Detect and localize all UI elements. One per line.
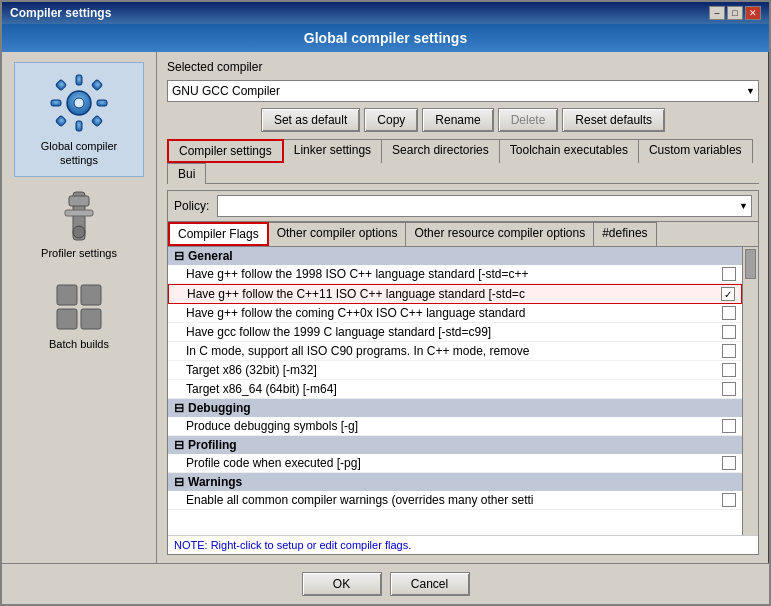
section-header-general: ⊟ General (168, 247, 742, 265)
copy-button[interactable]: Copy (364, 108, 418, 132)
inner-section: Policy: Compiler Flags Other compiler op… (167, 190, 759, 555)
flag-row-profile-code[interactable]: Profile code when executed [-pg] (168, 454, 742, 473)
inner-tab-compiler-flags[interactable]: Compiler Flags (168, 222, 269, 246)
sidebar-label-profiler: Profiler settings (41, 246, 117, 260)
section-label-general: General (188, 249, 233, 263)
inner-tab-other-compiler-options[interactable]: Other compiler options (268, 222, 407, 246)
flag-text-profile-code: Profile code when executed [-pg] (186, 456, 718, 470)
flag-text-c99: Have gcc follow the 1999 C language stan… (186, 325, 718, 339)
flag-row-c90[interactable]: In C mode, support all ISO C90 programs.… (168, 342, 742, 361)
window-title: Compiler settings (10, 6, 111, 20)
flag-text-m64: Target x86_64 (64bit) [-m64] (186, 382, 718, 396)
section-label-warnings: Warnings (188, 475, 242, 489)
tab-toolchain-executables[interactable]: Toolchain executables (499, 139, 639, 163)
svg-rect-16 (57, 309, 77, 329)
flag-row-all-warnings[interactable]: Enable all common compiler warnings (ove… (168, 491, 742, 510)
flag-text-m32: Target x86 (32bit) [-m32] (186, 363, 718, 377)
sidebar: Global compiler settings Profiler settin… (2, 52, 157, 563)
scrollbar-track[interactable] (742, 247, 758, 535)
inner-tabs: Compiler Flags Other compiler options Ot… (168, 222, 758, 247)
svg-point-12 (73, 226, 85, 238)
compiler-button-row: Set as default Copy Rename Delete Reset … (167, 108, 759, 132)
tab-search-directories[interactable]: Search directories (381, 139, 500, 163)
compiler-select-row: GNU GCC Compiler (167, 80, 759, 102)
collapse-profiling-icon[interactable]: ⊟ (174, 438, 184, 452)
inner-tab-other-resource-options[interactable]: Other resource compiler options (405, 222, 594, 246)
svg-point-1 (74, 98, 84, 108)
flag-check-profile-code[interactable] (722, 456, 736, 470)
close-button[interactable]: ✕ (745, 6, 761, 20)
collapse-debugging-icon[interactable]: ⊟ (174, 401, 184, 415)
collapse-warnings-icon[interactable]: ⊟ (174, 475, 184, 489)
compiler-select-wrapper: GNU GCC Compiler (167, 80, 759, 102)
flag-check-m32[interactable] (722, 363, 736, 377)
svg-rect-14 (57, 285, 77, 305)
footer: OK Cancel (2, 563, 769, 604)
build-icon (53, 281, 105, 333)
selected-compiler-row: Selected compiler (167, 60, 759, 74)
wrench-icon (55, 190, 103, 242)
outer-tabs: Compiler settings Linker settings Search… (167, 138, 759, 184)
set-default-button[interactable]: Set as default (261, 108, 360, 132)
svg-rect-17 (81, 309, 101, 329)
minimize-button[interactable]: – (709, 6, 725, 20)
flag-check-c99[interactable] (722, 325, 736, 339)
note-text: NOTE: Right-click to setup or edit compi… (168, 535, 758, 554)
flags-table: ⊟ General Have g++ follow the 1998 ISO C… (168, 247, 742, 535)
maximize-button[interactable]: □ (727, 6, 743, 20)
section-label-profiling: Profiling (188, 438, 237, 452)
flags-scroll-area: ⊟ General Have g++ follow the 1998 ISO C… (168, 247, 758, 535)
inner-tab-defines[interactable]: #defines (593, 222, 656, 246)
flag-row-c99[interactable]: Have gcc follow the 1999 C language stan… (168, 323, 742, 342)
svg-rect-3 (76, 121, 82, 131)
flag-row-cpp11[interactable]: Have g++ follow the C++11 ISO C++ langua… (168, 284, 742, 304)
flag-check-m64[interactable] (722, 382, 736, 396)
flag-text-cpp0x: Have g++ follow the coming C++0x ISO C++… (186, 306, 718, 320)
tab-custom-variables[interactable]: Custom variables (638, 139, 753, 163)
compiler-select[interactable]: GNU GCC Compiler (167, 80, 759, 102)
flag-row-cpp0x[interactable]: Have g++ follow the coming C++0x ISO C++… (168, 304, 742, 323)
section-header-debugging: ⊟ Debugging (168, 399, 742, 417)
flag-check-cpp11[interactable]: ✓ (721, 287, 735, 301)
rename-button[interactable]: Rename (422, 108, 493, 132)
flag-check-cpp0x[interactable] (722, 306, 736, 320)
flag-check-all-warnings[interactable] (722, 493, 736, 507)
flag-row-debug-symbols[interactable]: Produce debugging symbols [-g] (168, 417, 742, 436)
section-header-profiling: ⊟ Profiling (168, 436, 742, 454)
flag-check-debug-symbols[interactable] (722, 419, 736, 433)
flag-check-cpp98[interactable] (722, 267, 736, 281)
svg-rect-4 (51, 100, 61, 106)
flag-row-m32[interactable]: Target x86 (32bit) [-m32] (168, 361, 742, 380)
cancel-button[interactable]: Cancel (390, 572, 470, 596)
delete-button[interactable]: Delete (498, 108, 559, 132)
flag-check-c90[interactable] (722, 344, 736, 358)
scrollbar-thumb[interactable] (745, 249, 756, 279)
tab-compiler-settings[interactable]: Compiler settings (167, 139, 284, 163)
dialog-header: Global compiler settings (2, 24, 769, 52)
svg-rect-5 (97, 100, 107, 106)
svg-rect-6 (55, 79, 66, 90)
flag-row-m64[interactable]: Target x86_64 (64bit) [-m64] (168, 380, 742, 399)
reset-defaults-button[interactable]: Reset defaults (562, 108, 665, 132)
content-area: Global compiler settings Profiler settin… (2, 52, 769, 563)
tab-linker-settings[interactable]: Linker settings (283, 139, 382, 163)
main-window: Compiler settings – □ ✕ Global compiler … (0, 0, 771, 606)
flag-row-cpp98[interactable]: Have g++ follow the 1998 ISO C++ languag… (168, 265, 742, 284)
policy-row: Policy: (168, 191, 758, 222)
svg-rect-2 (76, 75, 82, 85)
title-bar-controls: – □ ✕ (709, 6, 761, 20)
sidebar-item-batch-builds[interactable]: Batch builds (14, 273, 144, 359)
collapse-general-icon[interactable]: ⊟ (174, 249, 184, 263)
sidebar-item-profiler[interactable]: Profiler settings (14, 182, 144, 268)
flag-text-cpp98: Have g++ follow the 1998 ISO C++ languag… (186, 267, 718, 281)
flag-text-c90: In C mode, support all ISO C90 programs.… (186, 344, 718, 358)
flag-text-all-warnings: Enable all common compiler warnings (ove… (186, 493, 718, 507)
flag-text-cpp11: Have g++ follow the C++11 ISO C++ langua… (187, 287, 717, 301)
sidebar-item-global-compiler[interactable]: Global compiler settings (14, 62, 144, 177)
ok-button[interactable]: OK (302, 572, 382, 596)
tab-bui[interactable]: Bui (167, 163, 206, 184)
flag-text-debug-symbols: Produce debugging symbols [-g] (186, 419, 718, 433)
section-header-warnings: ⊟ Warnings (168, 473, 742, 491)
policy-select[interactable] (217, 195, 752, 217)
title-bar: Compiler settings – □ ✕ (2, 2, 769, 24)
